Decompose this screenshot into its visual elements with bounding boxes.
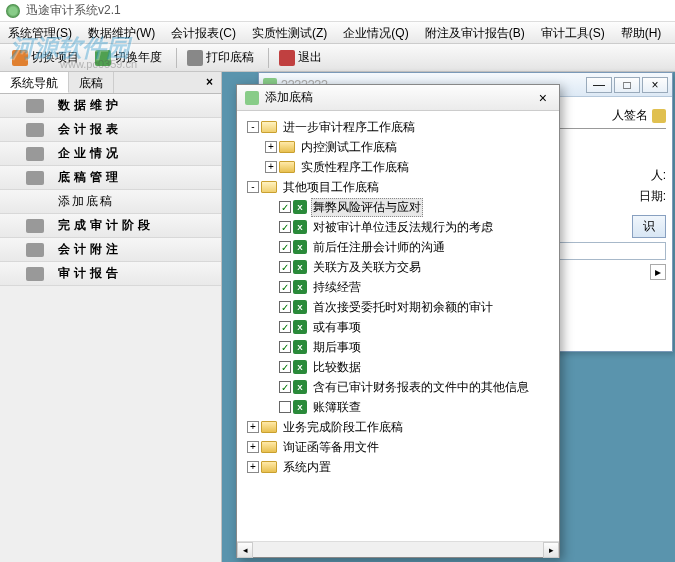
expand-icon[interactable]: + (247, 441, 259, 453)
nav-item-complete[interactable]: 完成审计阶段 (0, 214, 221, 238)
doc-sign-label: 人签名 (612, 107, 648, 124)
tree-node[interactable]: ✓对被审计单位违反法规行为的考虑 (243, 217, 553, 237)
sidebar-tab-nav[interactable]: 系统导航 (0, 72, 69, 93)
nav-complete-icon (26, 219, 44, 233)
checkbox[interactable]: ✓ (279, 241, 291, 253)
tree-node-label[interactable]: 期后事项 (311, 338, 363, 357)
checkbox[interactable] (279, 401, 291, 413)
tree-node-label[interactable]: 实质性程序工作底稿 (299, 158, 411, 177)
expand-icon[interactable]: + (247, 421, 259, 433)
checkbox[interactable]: ✓ (279, 261, 291, 273)
tree-node-label[interactable]: 进一步审计程序工作底稿 (281, 118, 417, 137)
nav-item-notes[interactable]: 会计附注 (0, 238, 221, 262)
tree-node[interactable]: +询证函等备用文件 (243, 437, 553, 457)
tree-node[interactable]: +实质性程序工作底稿 (243, 157, 553, 177)
tree-node[interactable]: -其他项目工作底稿 (243, 177, 553, 197)
tree-node[interactable]: ✓首次接受委托时对期初余额的审计 (243, 297, 553, 317)
tree-node[interactable]: ✓舞弊风险评估与应对 (243, 197, 553, 217)
tree-node-label[interactable]: 含有已审计财务报表的文件中的其他信息 (311, 378, 531, 397)
tree-node[interactable]: +系统内置 (243, 457, 553, 477)
tree-node[interactable]: ✓关联方及关联方交易 (243, 257, 553, 277)
checkbox[interactable]: ✓ (279, 321, 291, 333)
tree-node-label[interactable]: 询证函等备用文件 (281, 438, 381, 457)
collapse-icon[interactable]: - (247, 181, 259, 193)
menu-help[interactable]: 帮助(H) (613, 22, 670, 44)
tree-node[interactable]: ✓前后任注册会计师的沟通 (243, 237, 553, 257)
tree-node[interactable]: -进一步审计程序工作底稿 (243, 117, 553, 137)
excel-icon (293, 360, 307, 374)
checkbox[interactable]: ✓ (279, 221, 291, 233)
switch-project-button[interactable]: 切换项目 (6, 47, 85, 68)
nav-item-draft-mgmt[interactable]: 底稿管理 (0, 166, 221, 190)
nav-item-enterprise[interactable]: 企业情况 (0, 142, 221, 166)
tree-node[interactable]: ✓期后事项 (243, 337, 553, 357)
tree-node-label[interactable]: 前后任注册会计师的沟通 (311, 238, 447, 257)
sidebar-close-button[interactable]: × (198, 72, 221, 93)
tree-node-label[interactable]: 对被审计单位违反法规行为的考虑 (311, 218, 495, 237)
checkbox[interactable]: ✓ (279, 301, 291, 313)
checkbox[interactable]: ✓ (279, 281, 291, 293)
menu-reports[interactable]: 会计报表(C) (163, 22, 244, 44)
tree-node-label[interactable]: 系统内置 (281, 458, 333, 477)
switch-year-button[interactable]: 切换年度 (89, 47, 168, 68)
checkbox[interactable]: ✓ (279, 341, 291, 353)
nav-notes-icon (26, 243, 44, 257)
menu-enterprise[interactable]: 企业情况(Q) (335, 22, 416, 44)
expand-icon[interactable]: + (265, 161, 277, 173)
tree-node[interactable]: 账簿联查 (243, 397, 553, 417)
tree-node[interactable]: +业务完成阶段工作底稿 (243, 417, 553, 437)
scroll-track[interactable] (253, 542, 543, 557)
checkbox[interactable]: ✓ (279, 361, 291, 373)
tree-node-label[interactable]: 持续经营 (311, 278, 363, 297)
nav-item-reports[interactable]: 会计报表 (0, 118, 221, 142)
nav-item-report[interactable]: 审计报告 (0, 262, 221, 286)
exit-button[interactable]: 退出 (273, 47, 328, 68)
chevron-right-icon[interactable]: ▸ (650, 264, 666, 280)
doc-close-button[interactable]: × (642, 77, 668, 93)
folder-icon (261, 441, 277, 453)
menu-test[interactable]: 实质性测试(Z) (244, 22, 335, 44)
tree-node-label[interactable]: 关联方及关联方交易 (311, 258, 423, 277)
tree-node[interactable]: ✓持续经营 (243, 277, 553, 297)
dialog-titlebar[interactable]: 添加底稿 × (237, 85, 559, 111)
print-draft-button[interactable]: 打印底稿 (181, 47, 260, 68)
expand-icon[interactable]: + (247, 461, 259, 473)
menu-tools[interactable]: 审计工具(S) (533, 22, 613, 44)
menu-notes[interactable]: 附注及审计报告(B) (417, 22, 533, 44)
tree-node-label[interactable]: 业务完成阶段工作底稿 (281, 418, 405, 437)
title-bar: 迅途审计系统v2.1 (0, 0, 675, 22)
doc-maximize-button[interactable]: □ (614, 77, 640, 93)
tree-node[interactable]: ✓比较数据 (243, 357, 553, 377)
tree-node[interactable]: ✓或有事项 (243, 317, 553, 337)
dialog-hscroll[interactable]: ◂ ▸ (237, 541, 559, 557)
print-draft-label: 打印底稿 (206, 49, 254, 66)
checkbox[interactable]: ✓ (279, 201, 291, 213)
tree-node-label[interactable]: 或有事项 (311, 318, 363, 337)
tree-node-label[interactable]: 其他项目工作底稿 (281, 178, 381, 197)
tree-node-label[interactable]: 账簿联查 (311, 398, 363, 417)
collapse-icon[interactable]: - (247, 121, 259, 133)
tree-node-label[interactable]: 内控测试工作底稿 (299, 138, 399, 157)
doc-minimize-button[interactable]: — (586, 77, 612, 93)
scroll-left-button[interactable]: ◂ (237, 542, 253, 558)
tree-node-label[interactable]: 首次接受委托时对期初余额的审计 (311, 298, 495, 317)
tree-node[interactable]: ✓含有已审计财务报表的文件中的其他信息 (243, 377, 553, 397)
nav-item-add-draft[interactable]: 添加底稿 (0, 190, 221, 214)
folder-open-icon (261, 181, 277, 193)
excel-icon (293, 220, 307, 234)
tree-node-label[interactable]: 舞弊风险评估与应对 (311, 198, 423, 217)
doc-action-button[interactable]: 识 (632, 215, 666, 238)
sidebar-tab-draft[interactable]: 底稿 (69, 72, 114, 93)
dialog-close-button[interactable]: × (535, 90, 551, 106)
dialog-icon (245, 91, 259, 105)
nav-item-data[interactable]: 数据维护 (0, 94, 221, 118)
sidebar: 系统导航 底稿 × 数据维护 会计报表 企业情况 底稿管理 添加底稿 完成审计阶… (0, 72, 222, 562)
checkbox[interactable]: ✓ (279, 381, 291, 393)
excel-icon (293, 340, 307, 354)
expand-icon[interactable]: + (265, 141, 277, 153)
tree-node[interactable]: +内控测试工作底稿 (243, 137, 553, 157)
scroll-right-button[interactable]: ▸ (543, 542, 559, 558)
tree-node-label[interactable]: 比较数据 (311, 358, 363, 377)
menu-system[interactable]: 系统管理(S) (0, 22, 80, 44)
menu-data[interactable]: 数据维护(W) (80, 22, 163, 44)
